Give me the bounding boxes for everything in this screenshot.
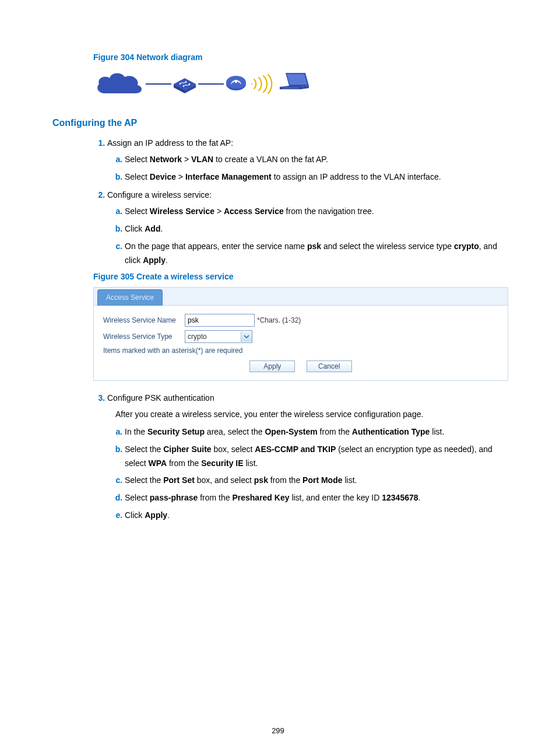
step-1-text: Assign an IP address to the fat AP: [107, 138, 233, 148]
step-3b: Select the Cipher Suite box, select AES-… [125, 443, 509, 471]
step-list: Assign an IP address to the fat AP: Sele… [93, 136, 509, 267]
figure-305-caption: Figure 305 Create a wireless service [93, 272, 509, 281]
step-3e: Click Apply. [125, 509, 509, 523]
network-diagram [93, 68, 509, 100]
select-wireless-service-type[interactable]: crypto [185, 330, 252, 343]
cancel-button[interactable]: Cancel [307, 360, 352, 372]
step-3-text: Configure PSK authentication [107, 393, 214, 402]
select-value: crypto [188, 332, 207, 341]
figure-304-caption: Figure 304 Network diagram [93, 52, 509, 62]
step-3: Configure PSK authentication After you c… [107, 391, 509, 522]
step-3d: Select pass-phrase from the Preshared Ke… [125, 491, 509, 505]
input-wireless-service-name[interactable] [185, 314, 255, 327]
step-2a: Select Wireless Service > Access Service… [125, 205, 509, 219]
create-wireless-service-dialog: Access Service Wireless Service Name *Ch… [93, 287, 508, 381]
tab-access-service[interactable]: Access Service [97, 289, 163, 306]
access-point-icon [224, 72, 248, 96]
tab-row: Access Service [94, 288, 508, 306]
step-list-cont: Configure PSK authentication After you c… [93, 391, 509, 522]
svg-marker-9 [280, 87, 301, 89]
apply-button[interactable]: Apply [249, 360, 295, 372]
step-2c: On the page that appears, enter the serv… [125, 240, 509, 268]
laptop-icon [277, 71, 311, 97]
step-3a: In the Security Setup area, select the O… [125, 425, 509, 439]
step-1b: Select Device > Interface Management to … [125, 170, 509, 184]
hint-chars: *Chars. (1-32) [257, 316, 301, 324]
link-line [198, 83, 224, 85]
step-2: Configure a wireless service: Select Wir… [107, 188, 509, 267]
required-note: Items marked with an asterisk(*) are req… [103, 346, 498, 355]
cloud-icon [93, 68, 146, 100]
wireless-signal-icon [248, 72, 277, 96]
step-2-text: Configure a wireless service: [107, 190, 212, 200]
label-wireless-service-type: Wireless Service Type [103, 332, 185, 342]
page-number: 299 [0, 726, 556, 735]
label-wireless-service-name: Wireless Service Name [103, 316, 185, 326]
step-2b: Click Add. [125, 222, 509, 236]
link-line [146, 83, 171, 85]
step-3-after: After you create a wireless service, you… [115, 408, 509, 422]
switch-icon [171, 72, 198, 96]
step-3c: Select the Port Set box, and select psk … [125, 474, 509, 488]
svg-marker-7 [287, 74, 307, 85]
step-1: Assign an IP address to the fat AP: Sele… [107, 136, 509, 184]
step-1a: Select Network > VLAN to create a VLAN o… [125, 153, 509, 167]
chevron-down-icon [241, 331, 252, 342]
svg-point-5 [235, 80, 237, 82]
heading-configuring-ap: Configuring the AP [52, 118, 509, 128]
